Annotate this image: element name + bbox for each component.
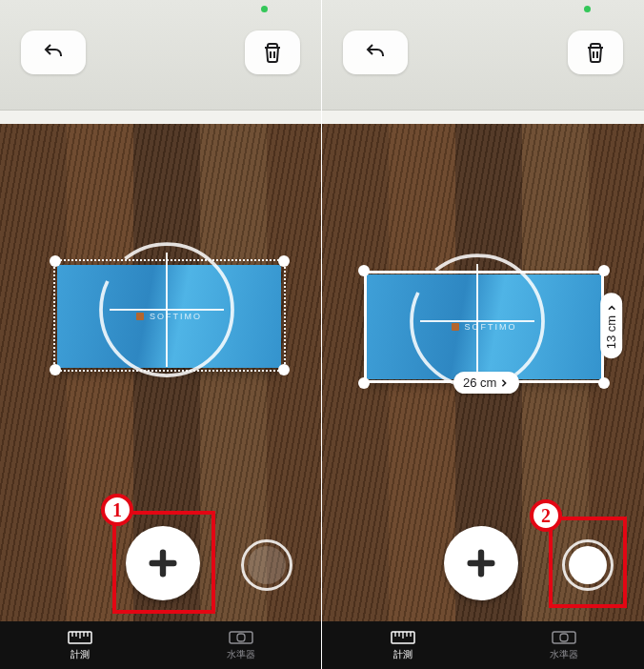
undo-button[interactable] <box>21 30 86 74</box>
annotation-number: 1 <box>112 499 122 521</box>
handle-tl[interactable] <box>50 255 61 267</box>
delete-button[interactable] <box>245 30 300 74</box>
annotation-box-2 <box>549 517 627 608</box>
level-icon <box>229 630 253 645</box>
handle-bl[interactable] <box>50 364 61 375</box>
measurement-width-value: 26 cm <box>463 375 496 390</box>
annotation-number: 2 <box>541 505 551 527</box>
chevron-right-icon <box>500 378 508 388</box>
handle-tl[interactable] <box>358 265 370 276</box>
trash-icon <box>261 41 284 64</box>
tab-measure-label: 計測 <box>70 648 90 661</box>
undo-icon <box>364 41 387 64</box>
handle-br[interactable] <box>278 364 290 375</box>
shutter-button[interactable] <box>241 539 292 591</box>
handle-tr[interactable] <box>598 265 610 276</box>
ruler-icon <box>68 630 92 645</box>
tab-measure[interactable]: 計測 <box>322 621 483 669</box>
measurement-height-value: 13 cm <box>604 315 618 349</box>
chevron-right-icon <box>607 304 616 312</box>
undo-icon <box>42 41 65 64</box>
measurement-width[interactable]: 26 cm <box>453 372 519 394</box>
annotation-box-1 <box>112 511 215 614</box>
screenshot-right: SOFTIMO 26 cm 13 cm <box>322 0 644 669</box>
tab-level[interactable]: 水準器 <box>161 621 322 669</box>
measurement-height[interactable]: 13 cm <box>600 293 622 358</box>
tab-level-label: 水準器 <box>227 648 255 661</box>
level-icon <box>552 630 576 645</box>
camera-indicator-dot <box>584 6 591 12</box>
tab-level[interactable]: 水準器 <box>483 621 644 669</box>
svg-rect-3 <box>237 634 245 641</box>
ruler-icon <box>391 630 415 645</box>
tab-measure-label: 計測 <box>393 648 413 661</box>
plus-icon <box>465 547 497 579</box>
tab-bar: 計測 水準器 <box>0 621 321 669</box>
annotation-badge-1: 1 <box>101 494 133 526</box>
undo-button[interactable] <box>343 30 408 74</box>
tab-bar: 計測 水準器 <box>322 621 644 669</box>
tab-level-label: 水準器 <box>550 648 578 661</box>
handle-tr[interactable] <box>278 255 290 267</box>
reticle <box>95 238 238 381</box>
tab-measure[interactable]: 計測 <box>0 621 161 669</box>
svg-rect-7 <box>560 634 568 641</box>
handle-br[interactable] <box>598 377 610 389</box>
add-point-button[interactable] <box>444 526 518 600</box>
screenshot-left: SOFTIMO 1 計測 <box>0 0 322 669</box>
trash-icon <box>584 41 607 64</box>
annotation-badge-2: 2 <box>530 499 562 532</box>
delete-button[interactable] <box>568 30 623 74</box>
camera-indicator-dot <box>261 6 268 12</box>
handle-bl[interactable] <box>358 377 370 389</box>
